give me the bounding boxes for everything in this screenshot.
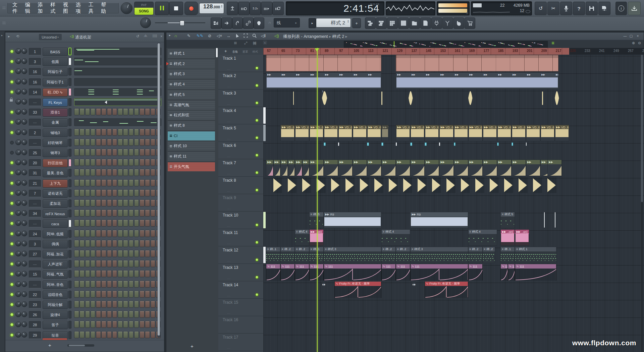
step-cell[interactable] bbox=[145, 220, 150, 227]
channel-preview[interactable] bbox=[74, 48, 161, 55]
step-cell[interactable] bbox=[85, 179, 90, 186]
channel-preview[interactable] bbox=[74, 78, 161, 86]
step-cell[interactable] bbox=[101, 210, 106, 217]
automation-clip[interactable]: ∿111 bbox=[508, 264, 515, 281]
multilink-button[interactable] bbox=[232, 17, 243, 29]
step-cell[interactable] bbox=[151, 149, 156, 156]
rack-steps-icon[interactable]: ⠿⠿ bbox=[152, 34, 157, 39]
track-header-8[interactable]: Track 8... bbox=[218, 177, 263, 194]
clip-header[interactable]: ▶▶ bbox=[396, 160, 410, 164]
step-cell[interactable] bbox=[123, 270, 128, 277]
step-cell[interactable] bbox=[79, 129, 85, 136]
step-cell[interactable] bbox=[112, 189, 117, 196]
step-cell[interactable] bbox=[145, 301, 150, 308]
step-cell[interactable] bbox=[123, 159, 128, 166]
micro-clip[interactable] bbox=[512, 142, 513, 146]
step-cell[interactable] bbox=[145, 159, 150, 166]
channel-mixer-number[interactable]: 15 bbox=[29, 271, 41, 278]
step-cell[interactable] bbox=[118, 199, 123, 207]
track-led[interactable] bbox=[255, 171, 259, 174]
audio-clip-crash[interactable] bbox=[389, 177, 398, 193]
audio-clip-impact[interactable] bbox=[468, 90, 473, 106]
step-cell[interactable] bbox=[96, 220, 101, 227]
step-cell[interactable] bbox=[74, 129, 79, 136]
record-button[interactable] bbox=[184, 2, 198, 15]
step-cell[interactable] bbox=[79, 301, 85, 308]
step-cell[interactable] bbox=[112, 331, 117, 338]
channel-volume-knob[interactable] bbox=[21, 271, 27, 277]
shuffle-knob[interactable] bbox=[121, 2, 132, 14]
audio-clip-riser[interactable]: ▶▶ bbox=[512, 160, 526, 176]
pattern-clip[interactable]: ≡样式 3 bbox=[410, 247, 468, 263]
step-cell[interactable] bbox=[96, 311, 101, 318]
channel-target-indicator[interactable] bbox=[68, 230, 71, 238]
tempo-display[interactable]: 128.000 ▲▼ bbox=[199, 3, 224, 14]
rack-undo-icon[interactable]: ↺ bbox=[136, 34, 139, 39]
audio-clip-riser[interactable]: ▶▶ bbox=[396, 160, 410, 176]
step-cell[interactable] bbox=[107, 199, 112, 207]
clip-header[interactable]: ∿111 bbox=[469, 264, 482, 269]
step-cell[interactable] bbox=[96, 169, 101, 176]
step-cell[interactable] bbox=[151, 291, 156, 298]
step-cell[interactable] bbox=[107, 210, 112, 217]
step-cell[interactable] bbox=[140, 321, 145, 328]
channel-mixer-number[interactable]: 33 bbox=[29, 109, 41, 116]
clip-header[interactable]: ≡样..2 bbox=[382, 247, 395, 251]
audio-clip-crash[interactable] bbox=[461, 177, 470, 193]
micro-clip[interactable] bbox=[410, 142, 412, 146]
step-cell[interactable] bbox=[79, 291, 85, 298]
step-cell[interactable] bbox=[79, 281, 85, 288]
track-header-7[interactable]: Track 7... bbox=[218, 159, 263, 177]
edge-clip[interactable] bbox=[263, 212, 266, 228]
channel-pan-knob[interactable] bbox=[15, 170, 21, 175]
step-cell[interactable] bbox=[74, 169, 79, 176]
channel-target-indicator[interactable] bbox=[68, 250, 71, 258]
channel-led[interactable] bbox=[10, 201, 14, 205]
step-cell[interactable] bbox=[118, 230, 123, 237]
step-cell[interactable] bbox=[96, 331, 101, 338]
channel-led[interactable] bbox=[10, 323, 14, 327]
channel-mixer-number[interactable]: --- bbox=[29, 99, 41, 106]
track-options[interactable]: ... bbox=[227, 207, 231, 210]
step-cell[interactable] bbox=[74, 321, 79, 328]
channel-volume-knob[interactable] bbox=[21, 200, 27, 206]
track-options[interactable]: ... bbox=[227, 154, 231, 158]
step-cell[interactable] bbox=[96, 250, 101, 257]
step-cell[interactable] bbox=[118, 270, 123, 277]
step-cell[interactable] bbox=[107, 220, 112, 227]
channel-led[interactable] bbox=[10, 181, 14, 185]
add-track-button[interactable]: + bbox=[224, 49, 227, 54]
step-cell[interactable] bbox=[134, 199, 139, 207]
rack-graph-icon[interactable]: .ılı. bbox=[144, 34, 148, 38]
rack-horizontal-scrollbar[interactable] bbox=[67, 344, 94, 347]
automation-clip[interactable]: ∿111 bbox=[515, 264, 556, 281]
clip-header[interactable]: ∿Fruity Fr..有诺无 - 频率 bbox=[335, 282, 381, 286]
song-label[interactable]: SONG bbox=[135, 8, 153, 15]
channel-button-FL Keys[interactable]: FL Keys bbox=[43, 98, 68, 107]
step-cell[interactable] bbox=[91, 260, 96, 267]
oscilloscope[interactable] bbox=[386, 1, 435, 15]
step-cell[interactable] bbox=[145, 250, 150, 257]
picker-add-button[interactable]: + bbox=[191, 343, 194, 349]
track-options[interactable]: ... bbox=[227, 102, 231, 105]
channel-led[interactable] bbox=[10, 141, 14, 144]
step-cell[interactable] bbox=[112, 230, 117, 237]
clip-header[interactable]: ≡样..2 bbox=[469, 247, 482, 251]
step-cell[interactable] bbox=[91, 321, 96, 328]
paint-tool[interactable]: ✎✎ bbox=[197, 34, 203, 38]
step-cell[interactable] bbox=[101, 199, 106, 207]
step-cell[interactable] bbox=[79, 250, 85, 257]
track-options[interactable]: ... bbox=[227, 67, 231, 70]
step-cell[interactable] bbox=[123, 240, 128, 247]
add-pattern-button[interactable]: + bbox=[352, 18, 361, 28]
step-cell[interactable] bbox=[145, 169, 150, 176]
step-cell[interactable] bbox=[79, 210, 85, 217]
audio-clip-crash[interactable] bbox=[432, 177, 441, 193]
small-clip[interactable]: ▶▶ bbox=[322, 283, 326, 287]
step-cell[interactable] bbox=[112, 311, 117, 318]
clip-header[interactable]: ∿111 bbox=[411, 264, 468, 269]
track-header-12[interactable]: Track 12... bbox=[218, 246, 263, 264]
step-cell[interactable] bbox=[140, 281, 145, 288]
step-cell[interactable] bbox=[85, 220, 90, 227]
clip-header[interactable]: ≡样..1 bbox=[266, 247, 280, 251]
